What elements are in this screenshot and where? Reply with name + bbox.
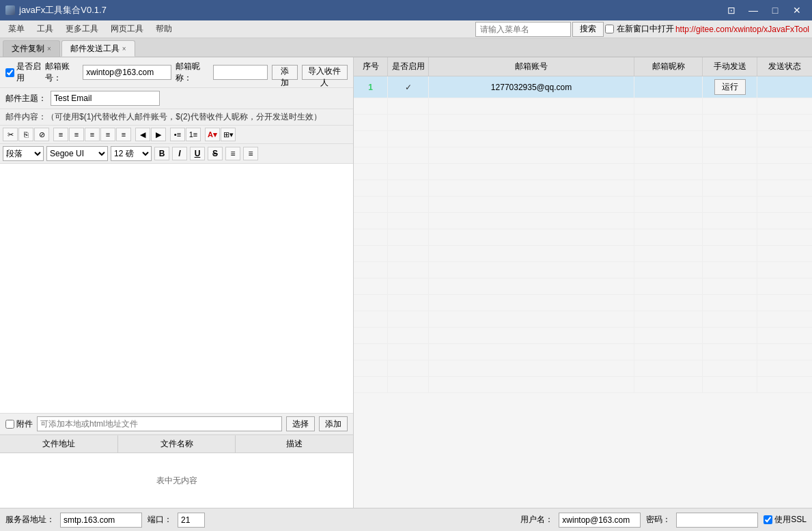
add-attachment-button[interactable]: 添加 xyxy=(319,416,348,431)
tab-close-email-tool[interactable]: × xyxy=(122,45,126,53)
indent-left-button[interactable]: ◀ xyxy=(135,128,150,141)
cut-button[interactable]: ✂ xyxy=(3,128,18,141)
menu-item-more-tools[interactable]: 更多工具 xyxy=(60,21,104,37)
port-input[interactable] xyxy=(178,513,205,528)
empty-cell xyxy=(634,180,703,196)
app-icon xyxy=(5,5,15,15)
choose-file-button[interactable]: 选择 xyxy=(286,416,315,431)
empty-row xyxy=(354,229,812,246)
email-nickname-input[interactable] xyxy=(213,65,268,80)
empty-cell xyxy=(429,115,634,130)
empty-cell xyxy=(388,197,429,212)
tab-close-file-copy[interactable]: × xyxy=(47,45,51,53)
recipient-table-header: 序号 是否启用 邮箱账号 邮箱昵称 手动发送 发送状态 xyxy=(354,57,812,76)
right-align-button[interactable]: ≡ xyxy=(243,147,258,160)
empty-cell xyxy=(429,360,634,376)
server-input[interactable] xyxy=(60,513,142,528)
search-button[interactable]: 搜索 xyxy=(572,22,604,37)
add-recipient-button[interactable]: 添加 xyxy=(272,65,298,80)
bullet-list-button[interactable]: •≡ xyxy=(170,128,185,141)
close-button[interactable]: ✕ xyxy=(787,2,807,18)
empty-cell xyxy=(757,262,812,278)
empty-cell xyxy=(429,246,634,261)
align-justify-button[interactable]: ≡ xyxy=(100,128,115,141)
recipient-row-1[interactable]: 1 ✓ 1277032935@qq.com 运行 xyxy=(354,76,812,98)
underline-button[interactable]: U xyxy=(190,147,205,160)
empty-cell xyxy=(757,197,812,212)
empty-row xyxy=(354,164,812,180)
empty-cell xyxy=(354,360,388,376)
password-input[interactable] xyxy=(676,513,758,528)
main-content: 是否启用 邮箱账号： 邮箱昵称： 添加 导入收件人 邮件主题： 邮件内容：（可使… xyxy=(0,57,812,508)
menu-item-menu[interactable]: 菜单 xyxy=(3,21,30,37)
tab-file-copy[interactable]: 文件复制 × xyxy=(3,40,60,57)
empty-cell xyxy=(354,115,388,130)
empty-cell xyxy=(703,311,757,327)
empty-cell xyxy=(634,213,703,229)
menu-item-help[interactable]: 帮助 xyxy=(150,21,178,37)
empty-cell xyxy=(703,295,757,311)
center-align-button[interactable]: ≡ xyxy=(225,147,240,160)
email-body-editor[interactable] xyxy=(0,164,353,414)
empty-cell xyxy=(354,246,388,261)
paste-button[interactable]: ⊘ xyxy=(34,128,49,141)
tab-email-tool[interactable]: 邮件发送工具 × xyxy=(61,40,135,57)
empty-cell xyxy=(703,328,757,343)
pass-label: 密码： xyxy=(646,514,671,526)
number-list-button[interactable]: 1≡ xyxy=(186,128,201,141)
empty-row xyxy=(354,360,812,377)
empty-cell xyxy=(429,278,634,294)
empty-cell xyxy=(757,344,812,360)
import-recipients-button[interactable]: 导入收件人 xyxy=(302,65,348,80)
attachment-checkbox[interactable] xyxy=(5,420,14,429)
empty-cell xyxy=(757,311,812,327)
email-enabled-checkbox[interactable] xyxy=(5,68,14,77)
gitee-link[interactable]: http://gitee.com/xwintop/xJavaFxTool xyxy=(675,25,809,34)
empty-cell xyxy=(388,377,429,392)
run-button-1[interactable]: 运行 xyxy=(714,79,746,95)
menu-item-tools[interactable]: 工具 xyxy=(31,21,59,37)
maximize-button[interactable]: □ xyxy=(766,2,785,18)
ssl-checkbox[interactable] xyxy=(764,515,772,524)
port-label: 端口： xyxy=(148,514,172,526)
attachment-table-header: 文件地址 文件名称 描述 xyxy=(0,435,353,453)
editor-toolbar: ✂ ⎘ ⊘ ≡ ≡ ≡ ≡ ≡ ◀ ▶ •≡ 1≡ A▾ ⊞▾ xyxy=(0,126,353,144)
empty-cell xyxy=(634,131,703,147)
col-nickname-header: 邮箱昵称 xyxy=(634,57,703,76)
empty-cell xyxy=(354,213,388,229)
indent-right-button[interactable]: ▶ xyxy=(151,128,166,141)
empty-row xyxy=(354,115,812,131)
align-left-button[interactable]: ≡ xyxy=(53,128,68,141)
email-account-input[interactable] xyxy=(83,65,171,80)
server-label: 服务器地址： xyxy=(5,514,55,526)
username-input[interactable] xyxy=(559,513,641,528)
highlight-button[interactable]: ⊞▾ xyxy=(221,128,236,141)
empty-cell xyxy=(703,213,757,229)
new-window-checkbox[interactable] xyxy=(605,25,614,33)
attachment-path-input[interactable] xyxy=(37,416,282,431)
empty-cell xyxy=(703,115,757,130)
empty-cell xyxy=(634,311,703,327)
search-input[interactable] xyxy=(475,22,571,37)
align-full-button[interactable]: ≡ xyxy=(116,128,131,141)
align-right-button[interactable]: ≡ xyxy=(85,128,100,141)
empty-cell xyxy=(757,295,812,311)
minimize-button[interactable]: — xyxy=(744,2,763,18)
align-center-button[interactable]: ≡ xyxy=(69,128,84,141)
bold-button[interactable]: B xyxy=(154,147,169,160)
paragraph-select[interactable]: 段落 xyxy=(3,146,44,161)
restore-button[interactable]: ⊡ xyxy=(722,2,741,18)
font-size-select[interactable]: 12 磅 xyxy=(111,146,152,161)
subject-input[interactable] xyxy=(51,91,160,106)
empty-cell xyxy=(757,180,812,196)
empty-cell xyxy=(757,164,812,180)
empty-row xyxy=(354,278,812,295)
empty-cell xyxy=(388,147,429,163)
menu-item-web-tools[interactable]: 网页工具 xyxy=(105,21,149,37)
italic-button[interactable]: I xyxy=(172,147,187,160)
font-color-button[interactable]: A▾ xyxy=(205,128,220,141)
copy-button[interactable]: ⎘ xyxy=(18,128,33,141)
strikethrough-button[interactable]: S xyxy=(208,147,223,160)
right-panel: 序号 是否启用 邮箱账号 邮箱昵称 手动发送 发送状态 1 ✓ 12770329… xyxy=(354,57,812,508)
font-select[interactable]: Segoe UI xyxy=(46,146,108,161)
